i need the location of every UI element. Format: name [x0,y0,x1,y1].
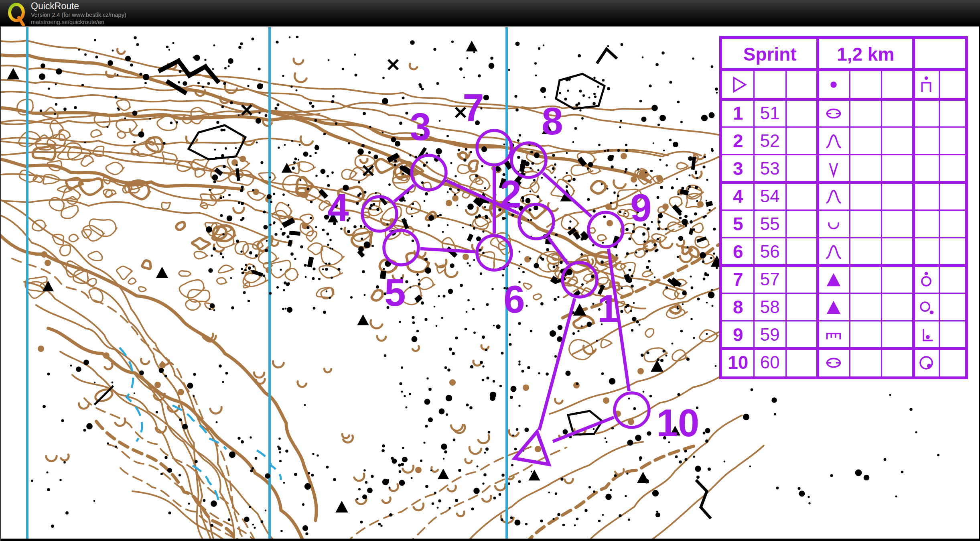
feature-symbol-cell [818,127,850,155]
detail-symbol-cell [913,266,939,293]
reentrant-icon [824,159,844,179]
control-number-5: 5 [384,271,406,314]
feature-symbol-cell [818,349,850,376]
control-code-cell: 51 [754,99,786,127]
ellipse-line-icon [824,103,844,123]
control-number-7: 7 [463,86,484,129]
control-code-cell: 52 [754,127,786,155]
feature-symbol-cell [818,99,850,127]
circle-dot-inside-icon [916,352,936,372]
detail-symbol-cell [913,127,939,155]
control-number-cell: 9 [722,321,754,349]
control-number-cell: 10 [722,349,754,376]
feature-symbol-cell [818,155,850,182]
control-number-3: 3 [410,105,431,148]
control-number-4: 4 [327,186,349,229]
pi-dot-icon [916,74,936,94]
control-number-cell: 6 [722,238,754,266]
control-number-cell: 7 [722,266,754,293]
header-cell-0: Sprint [722,39,818,69]
app-url: matstroeng.se/quickroute/en [31,18,126,26]
feature-symbol-cell [818,266,850,293]
boulder-icon [824,297,844,317]
control-number-cell: 3 [722,155,754,182]
control-number-cell: 8 [722,293,754,321]
start-symbol-cell [722,69,754,99]
detail-symbol-cell [913,293,939,321]
control-code-cell: 60 [754,349,786,376]
control-number-2: 2 [500,173,521,216]
control-code-cell: 55 [754,210,786,238]
circle-dot-se-icon [916,297,936,317]
feature-symbol-cell [818,293,850,321]
control-code-cell: 59 [754,321,786,349]
detail-symbol-cell [913,155,939,182]
start-col-g-cell [913,69,939,99]
control-number-10: 10 [657,401,700,444]
hill-icon [824,131,844,151]
u-depression-icon [824,214,844,234]
hill-icon [824,186,844,206]
detail-symbol-cell [913,99,939,127]
control-number-8: 8 [542,100,563,142]
control-code-cell: 58 [754,293,786,321]
hill-icon [824,242,844,262]
control-code-cell: 56 [754,238,786,266]
control-code-cell: 53 [754,155,786,182]
control-number-6: 6 [503,278,525,321]
feature-symbol-cell [818,182,850,210]
quickroute-logo [6,2,28,26]
detail-symbol-cell [913,182,939,210]
app-title: QuickRoute [31,1,126,11]
header-cell-2 [913,39,965,69]
corner-dot-icon [916,325,936,345]
detail-symbol-cell [913,321,939,349]
control-code-cell: 57 [754,266,786,293]
start-col-d-cell [818,69,850,99]
dot-icon [824,74,844,94]
control-code-cell: 54 [754,182,786,210]
feature-symbol-cell [818,321,850,349]
control-number-9: 9 [630,186,651,229]
start-triangle-icon [728,74,748,94]
detail-symbol-cell [913,349,939,376]
control-number-cell: 4 [722,182,754,210]
comb-icon [824,325,844,345]
leg-line [390,230,391,231]
quickroute-window: 12345678910 QuickRoute Version 2.4 (for … [0,0,980,541]
feature-symbol-cell [818,210,850,238]
control-number-1: 1 [597,287,619,330]
header-bar: QuickRoute Version 2.4 (for www.bestik.c… [0,0,980,26]
control-number-cell: 2 [722,127,754,155]
header-cell-1: 1,2 km [818,39,914,69]
detail-symbol-cell [913,238,939,266]
detail-symbol-cell [913,210,939,238]
app-version: Version 2.4 (for www.bestik.cz/mapy) [31,11,126,18]
left-border [0,26,1,541]
control-number-cell: 5 [722,210,754,238]
feature-symbol-cell [818,238,850,266]
control-description-table: Sprint1,2 km1512523534545556567578589591… [719,36,968,379]
boulder-icon [824,269,844,289]
control-number-cell: 1 [722,99,754,127]
ellipse-line-icon [824,352,844,372]
bottom-border [0,539,980,541]
circle-dot-top-icon [916,269,936,289]
